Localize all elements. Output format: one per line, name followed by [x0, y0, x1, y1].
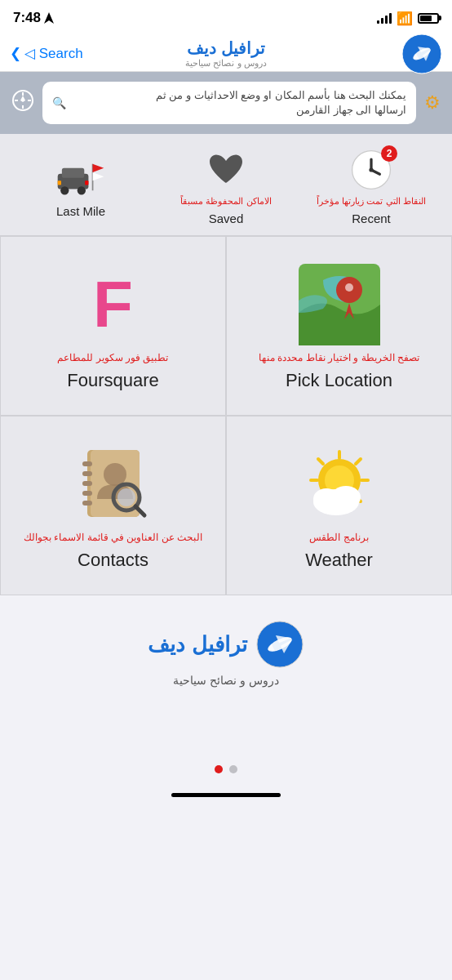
footer: ترافيل ديف دروس و نصائح سياحية	[0, 595, 452, 703]
back-chevron-icon: ❮	[10, 45, 21, 62]
quick-item-recent[interactable]: 2 النقاط التي تمت زيارتها مؤخراً Recent	[299, 147, 443, 225]
svg-rect-33	[82, 471, 92, 476]
clock-folder-icon: 2	[347, 147, 396, 191]
foursquare-icon: F	[73, 264, 154, 345]
settings-icon[interactable]: ⚙	[424, 92, 441, 114]
foursquare-label-ar: تطبيق فور سكوير للمطاعم	[57, 352, 168, 363]
footer-subtitle: دروس و نصائح سياحية	[173, 674, 279, 687]
recent-label-ar: النقاط التي تمت زيارتها مؤخراً	[317, 196, 425, 207]
recent-badge: 2	[381, 145, 397, 162]
quick-item-last-mile[interactable]: Last Mile	[9, 155, 153, 218]
weather-label-en: Weather	[305, 550, 373, 571]
last-mile-label: Last Mile	[56, 204, 105, 218]
saved-label-ar: الاماكن المحفوظة مسبقاً	[180, 196, 271, 207]
page-dot-0[interactable]	[215, 765, 223, 773]
nav-subtitle-ar: دروس و نصائح سياحية	[185, 58, 266, 69]
heart-icon	[202, 147, 250, 191]
wifi-icon: 📶	[397, 11, 413, 26]
status-icons: 📶	[377, 11, 439, 26]
svg-marker-20	[93, 172, 104, 180]
svg-point-14	[60, 186, 69, 194]
svg-point-53	[331, 486, 361, 509]
home-bar	[171, 793, 281, 797]
grid-item-pick-location[interactable]: تصفح الخريطة و اختيار نقاط محددة منها Pi…	[226, 236, 452, 416]
battery-icon	[418, 13, 439, 24]
svg-rect-34	[82, 481, 92, 486]
nav-bar: ❮ ◁ Search ترافيل ديف دروس و نصائح سياحي…	[0, 36, 452, 72]
svg-point-39	[117, 488, 135, 506]
app-logo-icon	[401, 33, 442, 74]
svg-point-26	[369, 168, 373, 172]
contacts-label-ar: البحث عن العناوين في قائمة الاسماء بجوال…	[24, 532, 202, 543]
svg-marker-0	[44, 12, 54, 24]
pick-location-icon	[299, 264, 380, 345]
search-placeholder-text: يمكنك البحث هنا بأسم المكان او وضع الاحد…	[71, 88, 406, 118]
svg-marker-11	[20, 96, 25, 102]
svg-rect-35	[82, 491, 92, 496]
status-time: 7:48	[13, 10, 54, 26]
location-arrow-icon	[44, 12, 54, 24]
quick-access-row: Last Mile الاماكن المحفوظة مسبقاً Saved	[0, 134, 452, 236]
search-line2: ارسالها الى جهاز القارمن	[296, 104, 406, 116]
svg-marker-19	[93, 164, 104, 172]
svg-rect-13	[62, 168, 84, 178]
signal-icon	[377, 12, 392, 24]
search-line1: يمكنك البحث هنا بأسم المكان او وضع الاحد…	[156, 89, 406, 101]
svg-rect-32	[82, 461, 92, 466]
quick-item-saved[interactable]: الاماكن المحفوظة مسبقاً Saved	[154, 147, 298, 225]
weather-label-ar: برنامج الطقس	[309, 532, 368, 543]
footer-logo-icon	[255, 620, 304, 669]
svg-line-48	[356, 459, 361, 464]
svg-point-29	[345, 283, 353, 292]
weather-icon	[299, 443, 380, 525]
spacer	[0, 703, 452, 752]
footer-title: ترافيل ديف	[148, 632, 246, 657]
footer-logo-row: ترافيل ديف	[148, 620, 304, 669]
grid-item-foursquare[interactable]: F تطبيق فور سكوير للمطاعم Foursquare	[0, 236, 226, 416]
contacts-label-en: Contacts	[78, 550, 148, 571]
foursquare-label-en: Foursquare	[67, 370, 159, 391]
compass-icon	[11, 89, 34, 117]
search-section: 🔍 يمكنك البحث هنا بأسم المكان او وضع الا…	[0, 72, 452, 134]
nav-title-ar: ترافيل ديف	[187, 38, 265, 58]
pick-location-label-ar: تصفح الخريطة و اختيار نقاط محددة منها	[259, 352, 419, 363]
saved-label-en: Saved	[209, 212, 244, 225]
svg-line-46	[318, 459, 323, 464]
car-flag-icon	[56, 155, 105, 199]
back-button[interactable]: ❮ ◁ Search	[10, 45, 83, 62]
recent-label-en: Recent	[352, 212, 391, 225]
page-dot-1[interactable]	[229, 765, 237, 773]
time-text: 7:48	[13, 10, 41, 26]
svg-rect-36	[82, 501, 92, 506]
nav-title: ترافيل ديف دروس و نصائح سياحية	[185, 38, 266, 69]
svg-point-15	[78, 186, 86, 194]
search-magnifier-icon: 🔍	[52, 96, 66, 109]
search-input[interactable]: 🔍 يمكنك البحث هنا بأسم المكان او وضع الا…	[42, 82, 416, 124]
svg-point-37	[104, 463, 126, 486]
pick-location-label-en: Pick Location	[286, 370, 392, 391]
main-grid: F تطبيق فور سكوير للمطاعم Foursquare تصف…	[0, 236, 452, 595]
svg-rect-17	[85, 180, 88, 185]
svg-rect-16	[58, 180, 61, 185]
grid-item-weather[interactable]: برنامج الطقس Weather	[226, 416, 452, 595]
contacts-icon	[73, 443, 154, 525]
status-bar: 7:48 📶	[0, 0, 452, 36]
page-dots	[0, 752, 452, 793]
back-label[interactable]: ◁ Search	[24, 45, 83, 62]
home-indicator[interactable]	[0, 793, 452, 804]
grid-item-contacts[interactable]: البحث عن العناوين في قائمة الاسماء بجوال…	[0, 416, 226, 595]
